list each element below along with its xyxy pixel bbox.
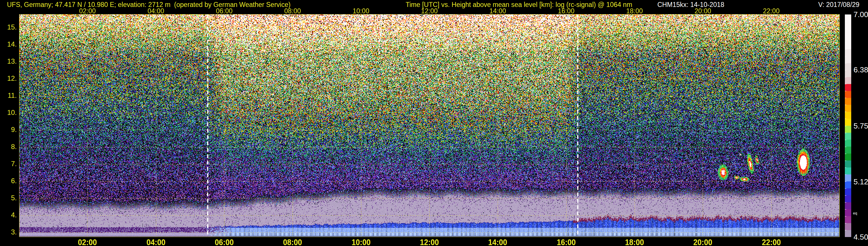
x-tick-bottom-8: 08:00 — [283, 238, 302, 246]
y-tick-15km: 15. — [0, 23, 17, 31]
x-tick-bottom-18: 18:00 — [625, 238, 644, 246]
x-tick-bottom-14: 14:00 — [488, 238, 507, 246]
y-tick-14km: 14. — [0, 40, 17, 48]
x-tick-bottom-16: 16:00 — [557, 238, 576, 246]
colorbar-canvas — [845, 14, 851, 237]
y-tick-12km: 12. — [0, 74, 17, 83]
y-tick-9km: 9. — [0, 126, 17, 134]
x-tick-top-10: 10:00 — [353, 7, 370, 15]
colorbar-tick-4.5: 4.50 — [854, 233, 868, 242]
version-label: V: 2017/08/29 — [818, 1, 859, 9]
plot-title: Time [UTC] vs. Height above mean sea lev… — [406, 1, 632, 9]
y-tick-7km: 7. — [0, 160, 17, 168]
colorbar-tick-5.75: 5.75 — [854, 122, 868, 130]
x-tick-bottom-12: 12:00 — [420, 238, 439, 246]
x-tick-top-14: 14:00 — [490, 7, 506, 15]
x-tick-top-8: 08:00 — [284, 7, 301, 15]
y-tick-13km: 13. — [0, 57, 17, 65]
y-tick-3km: 3. — [0, 228, 17, 236]
x-tick-top-22: 22:00 — [763, 7, 780, 15]
y-tick-4km: 4. — [0, 211, 17, 219]
colorbar-tick-6.38: 6.38 — [854, 65, 868, 74]
x-tick-bottom-20: 20:00 — [693, 238, 712, 246]
x-tick-top-18: 18:00 — [626, 7, 643, 15]
x-tick-bottom-4: 04:00 — [146, 238, 165, 246]
ceilometer-quicklook: UFS, Germany; 47.417 N / 10.980 E; eleva… — [0, 0, 868, 246]
x-tick-top-20: 20:00 — [695, 7, 711, 15]
colorbar-tick-5.12: 5.12 — [854, 177, 868, 186]
y-tick-8km: 8. — [0, 143, 17, 151]
y-tick-5km: 5. — [0, 194, 17, 202]
backscatter-heatmap-canvas — [19, 14, 840, 237]
x-tick-bottom-2: 02:00 — [78, 238, 97, 246]
y-tick-6km: 6. — [0, 177, 17, 185]
x-tick-top-6: 06:00 — [216, 7, 232, 15]
x-tick-top-16: 16:00 — [558, 7, 575, 15]
x-tick-top-4: 04:00 — [148, 7, 164, 15]
x-tick-bottom-10: 10:00 — [351, 238, 370, 246]
x-tick-bottom-6: 06:00 — [215, 238, 234, 246]
y-tick-10km: 10. — [0, 109, 17, 117]
colorbar-tick-7: 7.00 — [854, 10, 868, 19]
colorbar-eq-label: eq — [853, 211, 857, 215]
x-tick-top-2: 02:00 — [79, 7, 96, 15]
instrument-date-label: CHM15kx: 14-10-2018 — [657, 1, 724, 9]
x-tick-bottom-22: 22:00 — [762, 238, 781, 246]
x-tick-top-12: 12:00 — [421, 7, 438, 15]
y-tick-11km: 11. — [0, 91, 17, 99]
